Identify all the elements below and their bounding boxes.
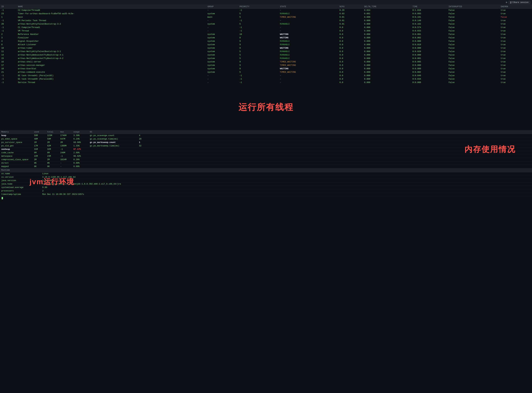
cell-cpu: 0.0 (338, 40, 363, 43)
cell-id: 3 (0, 36, 17, 40)
cell-name: arthas-timer (17, 46, 206, 50)
cell-interrupted: false (447, 74, 499, 78)
cell-id: 10 (0, 46, 17, 50)
mem-cell-usage: 0.00% (72, 162, 89, 165)
cell-name: Service Thread (17, 81, 206, 84)
cell-daemon: true (499, 29, 532, 33)
cell-time: 0:0.020 (411, 50, 447, 53)
cell-id: 2 (0, 33, 17, 36)
mem-cell-max: 1746M (59, 134, 72, 138)
col-delta: DELTA_TIME (363, 5, 411, 9)
table-row: 14 arthas-NettyWebsocketTtyBootstrap-4-1… (0, 53, 532, 57)
gc-col-val (138, 130, 398, 134)
mem-cell-usage: 97.17% (72, 148, 89, 151)
cell-time: 0:0.000 (411, 46, 447, 50)
cell-priority: -1 (238, 9, 279, 12)
runtime-tbody: os.name Linux os.version 3.10.0-1160.95.… (0, 172, 532, 196)
cell-name: Attach Listener (17, 43, 206, 46)
table-row: 8 Attach Listener system 9 RUNNABLE 0.0 … (0, 43, 532, 46)
mem-spacer (398, 151, 532, 155)
mem-cell-usage: 6.24% (72, 138, 89, 141)
cell-daemon: true (499, 71, 532, 74)
mem-cell-label: compressed_class_space (0, 158, 33, 162)
cell-name: Timer-for-arthas-dashboard-fcd0ef56-aa35… (17, 12, 206, 15)
mem-cell-label: nonheap (0, 148, 33, 151)
col-priority: PRIORITY (238, 5, 279, 9)
cell-name: Finalizer (17, 36, 206, 40)
cell-name: main (17, 15, 206, 19)
cell-id: -1 (0, 74, 17, 78)
cell-id: 15 (0, 57, 17, 60)
thread-header-row: ID NAME GROUP PRIORITY STATE %CPU DELTA_… (0, 5, 532, 9)
cell-group: system (206, 71, 238, 74)
memory-row: metaspace 22M 23M -1 96.92% (0, 155, 532, 158)
cell-cpu: 0.01 (338, 15, 363, 19)
cell-name: Signal Dispatcher (17, 40, 206, 43)
expand-icon[interactable]: ⊞ (506, 1, 507, 4)
mem-cell-max: -1 (59, 148, 72, 151)
mem-cell-usage: 0.26% (72, 158, 89, 162)
cell-state: RUNNABLE (279, 50, 338, 53)
cell-id: 20 (0, 22, 17, 26)
cell-name: C2 CompilerThread0 (17, 9, 206, 12)
thread-body: -1 C2 CompilerThread0 - -1 - 0.29 0.014 … (0, 9, 532, 84)
cell-priority: 9 (238, 40, 279, 43)
cell-time: 0:0.000 (411, 81, 447, 84)
mem-cell-used: 0K (33, 162, 46, 165)
runtime-cell-val: 0.00 (41, 186, 532, 189)
gc-cell-key (89, 162, 138, 165)
mem-spacer (398, 165, 532, 168)
cell-group: system (206, 60, 238, 64)
cell-name: arthas-NettyHttpTelnetBootstrap-3-1 (17, 50, 206, 53)
mem-cell-max: 240M (59, 151, 72, 155)
cell-priority: 9 (238, 64, 279, 67)
cell-id: 4 (0, 40, 17, 43)
table-row: 16 arthas-shell-server system 9 TIMED_WA… (0, 60, 532, 64)
cell-daemon: true (499, 74, 532, 78)
cell-priority: 5 (238, 12, 279, 15)
runtime-row: systemload.average 0.00 (0, 186, 532, 189)
mem-cell-usage: 1.33% (72, 144, 89, 148)
mem-cell-max: -1 (59, 155, 72, 158)
cell-interrupted: false (447, 81, 499, 84)
mem-spacer (398, 134, 532, 138)
cell-daemon: true (499, 22, 532, 26)
cell-daemon: true (499, 78, 532, 81)
cell-state: RUNNABLE (279, 57, 338, 60)
table-row: 21 arthas-command-execute system 5 TIMED… (0, 71, 532, 74)
cell-interrupted: false (447, 12, 499, 15)
cell-cpu: 0.0 (338, 57, 363, 60)
runtime-cell-val: Linux (41, 172, 532, 176)
table-row: -1 VM Periodic Task Thread - -1 - 0.01 0… (0, 19, 532, 22)
table-row: 11 arthas-NettyHttpTelnetBootstrap-3-1 s… (0, 50, 532, 53)
gc-cell-val (138, 151, 398, 155)
gc-cell-val (138, 155, 398, 158)
runtime-row: java.home /usr/lib/jvm/java-1.8.0-openjd… (0, 182, 532, 186)
share-session-button[interactable]: Share session (508, 1, 530, 4)
mem-cell-max: - (59, 165, 72, 168)
mem-cell-max: - (59, 162, 72, 165)
gc-col-header: GC (89, 130, 138, 134)
cell-delta: 0.000 (363, 50, 411, 53)
runtime-header: Runtime (0, 168, 532, 172)
table-row: -1 Service Thread - -1 - 0.0 0.000 0:0.0… (0, 81, 532, 84)
cell-group: system (206, 46, 238, 50)
gc-cell-key (89, 151, 138, 155)
cell-group: system (206, 33, 238, 36)
bottom-cursor-row (0, 196, 532, 200)
cell-state: WAITING (279, 67, 338, 71)
top-bar-icons: ⊞ Share session (506, 1, 530, 4)
gc-cell-key (89, 148, 138, 151)
mem-cell-label: metaspace (0, 155, 33, 158)
cell-group: system (206, 22, 238, 26)
runtime-row: processors 2 (0, 189, 532, 193)
memory-row: ps_survivor_space 1M 2M 2M 68.90% gc.ps_… (0, 141, 532, 144)
cell-cpu: 0.0 (338, 71, 363, 74)
mem-cell-label: direct (0, 162, 33, 165)
table-row: 23 Timer-for-arthas-dashboard-fcd0ef56-a… (0, 12, 532, 15)
cell-id: -1 (0, 81, 17, 84)
cell-interrupted: false (447, 53, 499, 57)
cell-interrupted: false (447, 19, 499, 22)
cell-cpu: 0.01 (338, 19, 363, 22)
memory-body: heap 59M 123M 1746M 3.39% gc.ps_scavenge… (0, 134, 532, 168)
